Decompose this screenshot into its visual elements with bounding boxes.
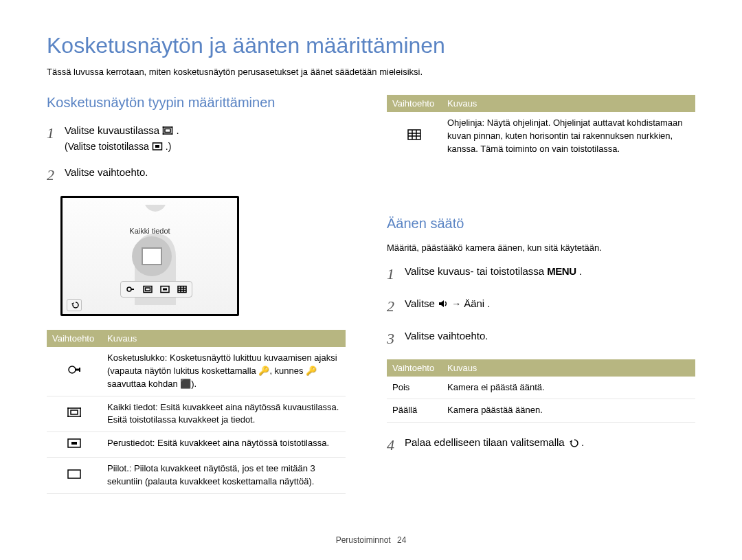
grid-icon [407, 128, 422, 141]
page: Kosketusnäytön ja äänten määrittäminen T… [0, 0, 742, 522]
svg-rect-14 [178, 287, 186, 293]
svg-rect-29 [71, 442, 77, 445]
menu-label: MENU [547, 265, 576, 277]
right-options-table: Vaihtoehto Kuvaus Pois Kamera ei päästä … [387, 359, 695, 423]
lcd-opt-all-icon [142, 284, 154, 295]
svg-rect-30 [68, 470, 80, 478]
step-body: Palaa edelliseen tilaan valitsemalla . [405, 434, 584, 456]
svg-rect-23 [71, 410, 78, 414]
step-number: 1 [47, 122, 58, 154]
right-step-2: 2 Valitse → Ääni . [387, 295, 695, 317]
footer-section: Perustoiminnot [336, 535, 391, 545]
page-footer: Perustoiminnot 24 [0, 535, 742, 545]
option-desc-cell: Kamera päästää äänen. [442, 399, 695, 423]
lcd-opt-basic-icon [159, 284, 171, 295]
th-option: Vaihtoehto [387, 95, 442, 112]
svg-rect-31 [408, 130, 420, 139]
step-number: 3 [387, 327, 398, 350]
display-hide-icon [67, 468, 82, 480]
two-column-layout: Kosketusnäytön tyypin määrittäminen 1 Va… [47, 95, 695, 501]
lcd-label: Kaikki tiedot [63, 227, 237, 235]
lock-icon [67, 363, 82, 376]
th-description: Kuvaus [442, 359, 695, 377]
step-number: 2 [387, 295, 398, 317]
th-option: Vaihtoehto [387, 359, 442, 377]
right-column: Vaihtoehto Kuvaus Ohjelinja: Näytä ohjel… [387, 95, 695, 501]
back-arrow-icon [69, 301, 79, 309]
option-icon-cell [387, 112, 442, 161]
left-heading: Kosketusnäytön tyypin määrittäminen [47, 95, 346, 111]
left-step-2: 2 Valitse vaihtoehto. [47, 164, 346, 186]
page-title: Kosketusnäytön ja äänten määrittäminen [47, 33, 695, 58]
option-desc-cell: Perustiedot: Esitä kuvakkeet aina näytös… [102, 432, 346, 458]
display-all-icon [67, 406, 82, 418]
table-row: Kosketuslukko: Kosketusnäyttö lukittuu k… [47, 347, 346, 396]
table-row: Ohjelinja: Näytä ohjelinjat. Ohjelinjat … [387, 112, 695, 161]
intro-text: Tässä luvussa kerrotaan, miten kosketusn… [47, 67, 695, 77]
svg-rect-21 [79, 368, 80, 372]
lcd-opt-lock-icon [124, 284, 137, 295]
option-desc-cell: Kaikki tiedot: Esitä kuvakkeet aina näyt… [102, 396, 346, 432]
lcd-preview: Kaikki tiedot [60, 196, 239, 316]
th-description: Kuvaus [442, 95, 695, 112]
lcd-option-bar [120, 281, 192, 298]
left-step-1: 1 Valitse kuvaustilassa . (Valitse toist… [47, 122, 346, 154]
right-intro: Määritä, päästääkö kamera äänen, kun sit… [387, 243, 695, 253]
right-step-3: 3 Valitse vaihtoehto. [387, 327, 695, 350]
sound-icon [438, 298, 449, 307]
table-row: Pois Kamera ei päästä ääntä. [387, 377, 695, 399]
footer-page-number: 24 [397, 535, 406, 545]
lcd-back-button [67, 299, 82, 311]
svg-rect-7 [155, 145, 159, 148]
option-desc-cell: Kosketuslukko: Kosketusnäyttö lukittuu k… [102, 347, 346, 396]
step-number: 1 [387, 262, 398, 285]
left-options-table: Vaihtoehto Kuvaus Kosketuslukko: Kosketu… [47, 330, 346, 494]
display-all-icon [162, 124, 173, 134]
option-desc-cell: Piilot.: Piilota kuvakkeet näytöstä, jos… [102, 458, 346, 494]
display-basic-icon [152, 140, 163, 150]
lcd-center-disc [132, 236, 172, 276]
left-column: Kosketusnäytön tyypin määrittäminen 1 Va… [47, 95, 346, 501]
option-text-cell: Pois [387, 377, 442, 399]
right-step-1: 1 Valitse kuvaus- tai toistotilassa MENU… [387, 262, 695, 285]
step-body: Valitse vaihtoehto. [65, 164, 148, 186]
right-top-table: Vaihtoehto Kuvaus Ohjelinja: Näytä ohjel… [387, 95, 695, 161]
option-icon-cell [47, 432, 102, 458]
svg-rect-13 [163, 289, 167, 291]
step-body: Valitse kuvaus- tai toistotilassa MENU . [405, 262, 582, 285]
option-text-cell: Päällä [387, 399, 442, 423]
step-body: Valitse kuvaustilassa . (Valitse toistot… [65, 122, 179, 154]
svg-rect-11 [146, 288, 150, 291]
step-body: Valitse vaihtoehto. [405, 327, 488, 350]
step-number: 2 [47, 164, 58, 186]
option-desc-cell: Kamera ei päästä ääntä. [442, 377, 695, 399]
right-heading: Äänen säätö [387, 216, 695, 232]
svg-rect-9 [131, 289, 134, 290]
svg-rect-1 [165, 129, 170, 133]
th-option: Vaihtoehto [47, 330, 102, 347]
svg-point-19 [69, 366, 76, 373]
table-row: Kaikki tiedot: Esitä kuvakkeet aina näyt… [47, 396, 346, 432]
option-desc-cell: Ohjelinja: Näytä ohjelinjat. Ohjelinjat … [442, 112, 695, 161]
table-row: Perustiedot: Esitä kuvakkeet aina näytös… [47, 432, 346, 458]
svg-rect-22 [68, 408, 80, 416]
option-icon-cell [47, 396, 102, 432]
option-icon-cell [47, 347, 102, 396]
table-row: Piilot.: Piilota kuvakkeet näytöstä, jos… [47, 458, 346, 494]
lcd-opt-grid-icon [176, 284, 188, 295]
table-row: Päällä Kamera päästää äänen. [387, 399, 695, 423]
display-basic-icon [67, 437, 82, 449]
option-icon-cell [47, 458, 102, 494]
right-step-4: 4 Palaa edelliseen tilaan valitsemalla . [387, 434, 695, 456]
step-body: Valitse → Ääni . [405, 295, 491, 317]
step-number: 4 [387, 434, 398, 456]
back-icon [567, 436, 578, 446]
th-description: Kuvaus [102, 330, 346, 347]
